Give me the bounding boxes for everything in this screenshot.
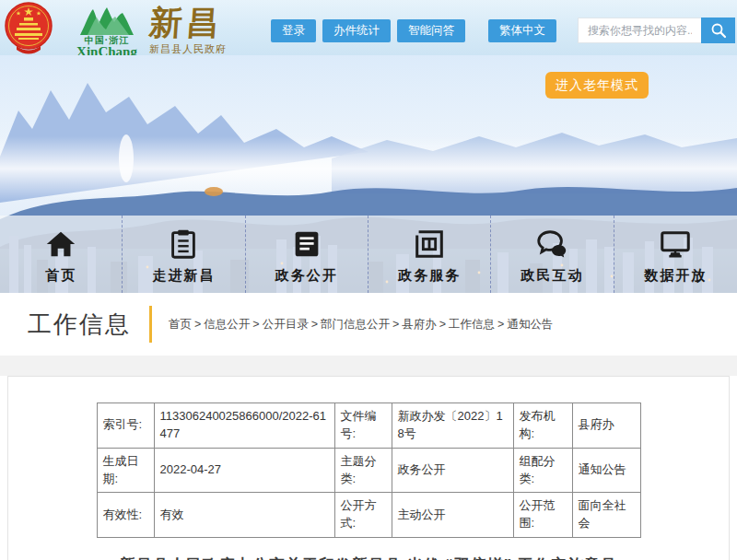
chat-icon xyxy=(534,227,569,262)
breadcrumb-separator: > xyxy=(497,318,504,331)
nav-item-open-data[interactable]: 数据开放 xyxy=(614,216,737,293)
validity-value: 有效 xyxy=(154,493,334,538)
header-actions: 登录 办件统计 智能问答 繁体中文 xyxy=(271,18,735,43)
breadcrumb-notices[interactable]: 通知公告 xyxy=(507,317,553,332)
disclosure-scope-value: 面向全社会 xyxy=(572,493,640,538)
article-container: 索引号: 113306240025866000/2022-61477 文件编号:… xyxy=(7,376,730,560)
group-category-label: 组配分类: xyxy=(513,448,572,493)
main-nav: 首页 走进新昌 政务公开 xyxy=(0,216,737,293)
section-gap xyxy=(0,356,737,376)
breadcrumb-home[interactable]: 首页 xyxy=(169,317,192,332)
hero-banner: 进入老年模式 首页 走进新昌 政务公 xyxy=(0,55,737,293)
document-icon xyxy=(289,227,324,262)
search-icon xyxy=(710,22,727,39)
disclosure-method-label: 公开方式: xyxy=(334,493,392,538)
group-category-value: 通知公告 xyxy=(572,448,640,493)
table-row: 索引号: 113306240025866000/2022-61477 文件编号:… xyxy=(97,403,640,449)
site-header: 中国·浙江 XinChang 新昌 新昌县人民政府 登录 办件统计 智能问答 繁… xyxy=(0,0,737,55)
smart-qa-button[interactable]: 智能问答 xyxy=(397,19,465,42)
breadcrumb-separator: > xyxy=(311,318,318,331)
title-divider xyxy=(149,306,152,343)
breadcrumb-separator: > xyxy=(392,318,399,331)
nav-item-interaction[interactable]: 政民互动 xyxy=(491,216,614,293)
topic-category-value: 政务公开 xyxy=(392,448,513,493)
breadcrumb-separator: > xyxy=(194,318,201,331)
page-title: 工作信息 xyxy=(28,309,131,341)
elder-mode-button[interactable]: 进入老年模式 xyxy=(545,72,649,99)
index-number-label: 索引号: xyxy=(97,403,154,449)
home-icon xyxy=(43,227,78,262)
table-row: 生成日期: 2022-04-27 主题分类: 政务公开 组配分类: 通知公告 xyxy=(97,448,640,493)
breadcrumb-work-info[interactable]: 工作信息 xyxy=(449,317,495,332)
nav-item-gov-services[interactable]: 政务服务 xyxy=(368,216,491,293)
disclosure-method-value: 主动公开 xyxy=(392,493,513,538)
site-logo: 中国·浙江 XinChang 新昌 新昌县人民政府 xyxy=(4,2,227,59)
search-input[interactable] xyxy=(578,18,701,43)
validity-label: 有效性: xyxy=(97,493,154,538)
document-title-line1: 新昌县人民政府办公室关于印发新昌县 光伏 “双倍增” 工作实施意见 xyxy=(74,553,663,560)
site-calligraphy: 新昌 xyxy=(148,5,228,41)
mountain-logo-icon xyxy=(78,6,135,35)
login-button[interactable]: 登录 xyxy=(271,19,316,42)
publisher-value: 县府办 xyxy=(572,403,640,449)
document-title: 新昌县人民政府办公室关于印发新昌县 光伏 “双倍增” 工作实施意见 (2022-… xyxy=(74,553,663,560)
case-stats-button[interactable]: 办件统计 xyxy=(322,19,391,42)
breadcrumb: 首页 > 信息公开 > 公开目录 > 部门信息公开 > 县府办 > 工作信息 >… xyxy=(169,317,553,332)
site-subtitle: 新昌县人民政府 xyxy=(149,42,227,56)
monitor-icon xyxy=(658,227,693,262)
index-number-value: 113306240025866000/2022-61477 xyxy=(154,403,334,449)
doc-number-label: 文件编号: xyxy=(334,403,392,449)
nav-item-about[interactable]: 走进新昌 xyxy=(123,216,245,293)
disclosure-scope-label: 公开范围: xyxy=(513,493,572,538)
breadcrumb-dept-info[interactable]: 部门信息公开 xyxy=(321,317,390,332)
search-box xyxy=(578,18,735,43)
traditional-chinese-button[interactable]: 繁体中文 xyxy=(488,19,556,42)
breadcrumb-separator: > xyxy=(439,318,446,331)
services-frame-icon xyxy=(412,227,447,262)
table-row: 有效性: 有效 公开方式: 主动公开 公开范围: 面向全社会 xyxy=(97,493,640,538)
nav-item-home[interactable]: 首页 xyxy=(0,216,123,293)
doc-number-value: 新政办发〔2022〕18号 xyxy=(392,403,513,449)
page-title-band: 工作信息 首页 > 信息公开 > 公开目录 > 部门信息公开 > 县府办 > 工… xyxy=(0,293,737,356)
publisher-label: 发布机构: xyxy=(513,403,572,449)
nav-item-gov-info[interactable]: 政务公开 xyxy=(246,216,368,293)
national-emblem-icon xyxy=(4,2,53,54)
clipboard-icon xyxy=(166,227,201,262)
created-date-value: 2022-04-27 xyxy=(154,448,334,493)
document-meta-table: 索引号: 113306240025866000/2022-61477 文件编号:… xyxy=(97,402,641,538)
breadcrumb-info-disclosure[interactable]: 信息公开 xyxy=(204,317,250,332)
breadcrumb-catalog[interactable]: 公开目录 xyxy=(263,317,309,332)
search-button[interactable] xyxy=(701,18,735,43)
breadcrumb-separator: > xyxy=(252,318,259,331)
topic-category-label: 主题分类: xyxy=(334,448,392,493)
created-date-label: 生成日期: xyxy=(97,448,154,493)
breadcrumb-county-office[interactable]: 县府办 xyxy=(402,317,437,332)
